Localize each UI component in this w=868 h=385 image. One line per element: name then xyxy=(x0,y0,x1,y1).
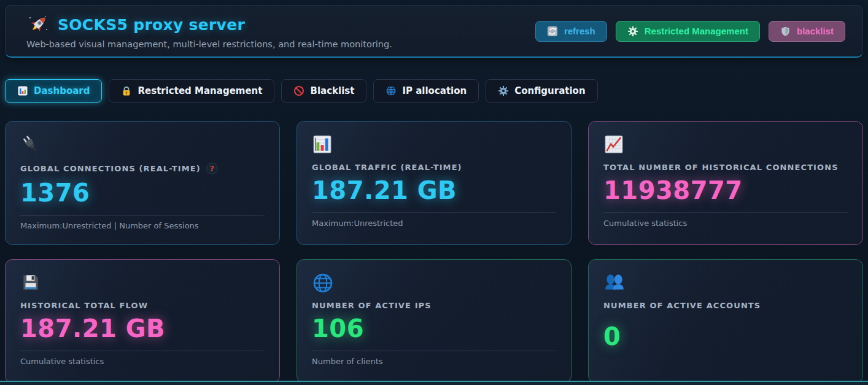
tab-blacklist-label: Blacklist xyxy=(310,85,354,96)
divider xyxy=(20,215,265,216)
card-footer: Cumulative statistics xyxy=(20,357,265,366)
header-left: SOCKS5 proxy server Web-based visual man… xyxy=(26,13,392,49)
card-label: NUMBER OF ACTIVE ACCOUNTS xyxy=(603,301,761,310)
stat-value-active-accounts: 0 xyxy=(603,322,848,351)
stat-value-historical-flow: 187.21 GB xyxy=(20,314,265,343)
card-label: HISTORICAL TOTAL FLOW xyxy=(20,301,148,310)
tab-ip-allocation-label: IP allocation xyxy=(402,85,467,96)
card-label: GLOBAL TRAFFIC (REAL-TIME) xyxy=(312,163,462,172)
blacklist-button[interactable]: blacklist xyxy=(769,21,845,42)
divider xyxy=(603,212,848,213)
globe-icon xyxy=(386,85,397,96)
tab-dashboard[interactable]: Dashboard xyxy=(5,79,102,103)
bar-chart-icon xyxy=(17,85,28,96)
gear-icon xyxy=(627,26,638,37)
stat-value-active-ips: 106 xyxy=(312,314,556,343)
header-actions: refresh xyxy=(535,21,845,42)
restricted-management-button-label: Restricted Management xyxy=(645,26,748,36)
app-header: SOCKS5 proxy server Web-based visual man… xyxy=(5,5,863,58)
floppy-disk-icon xyxy=(20,272,265,294)
bar-chart-emoji-icon xyxy=(312,134,556,156)
tab-configuration[interactable]: Configuration xyxy=(486,79,597,103)
divider xyxy=(312,351,556,351)
restricted-management-button[interactable]: Restricted Management xyxy=(616,21,760,42)
plug-icon xyxy=(20,134,265,156)
tab-blacklist[interactable]: Blacklist xyxy=(281,79,366,103)
card-footer: Maximum:Unrestricted | Number of Session… xyxy=(20,221,265,230)
card-historical-connections: TOTAL NUMBER OF HISTORICAL CONNECTIONS 1… xyxy=(588,121,863,245)
card-label: NUMBER OF ACTIVE IPS xyxy=(312,301,432,310)
stat-value-global-traffic: 187.21 GB xyxy=(312,176,556,204)
card-global-traffic: GLOBAL TRAFFIC (REAL-TIME) 187.21 GB Max… xyxy=(296,121,572,245)
card-label: GLOBAL CONNECTIONS (REAL-TIME) xyxy=(20,164,201,173)
lock-icon xyxy=(121,85,132,96)
shield-icon xyxy=(780,26,791,37)
card-footer: Maximum:Unrestricted xyxy=(312,219,556,228)
gear-icon xyxy=(498,85,509,96)
tab-bar: Dashboard Restricted Management Blacklis… xyxy=(5,79,863,103)
next-section-top-edge xyxy=(0,381,868,385)
people-icon xyxy=(603,272,848,294)
card-global-connections: GLOBAL CONNECTIONS (REAL-TIME) ? 1376 Ma… xyxy=(5,121,280,245)
page-title: SOCKS5 proxy server xyxy=(58,16,245,34)
refresh-button-label: refresh xyxy=(564,26,595,36)
card-active-ips: NUMBER OF ACTIVE IPS 106 Number of clien… xyxy=(296,259,572,383)
tab-ip-allocation[interactable]: IP allocation xyxy=(373,79,479,103)
blacklist-button-label: blacklist xyxy=(797,26,834,36)
card-footer: Cumulative statistics xyxy=(603,219,848,228)
refresh-button[interactable]: refresh xyxy=(535,21,607,42)
card-label: TOTAL NUMBER OF HISTORICAL CONNECTIONS xyxy=(603,163,839,172)
card-active-accounts: NUMBER OF ACTIVE ACCOUNTS 0 xyxy=(588,259,863,383)
card-historical-total-flow: HISTORICAL TOTAL FLOW 187.21 GB Cumulati… xyxy=(5,259,280,383)
tab-restricted-management[interactable]: Restricted Management xyxy=(109,79,274,103)
card-footer: Number of clients xyxy=(312,357,556,366)
chart-increasing-icon xyxy=(603,134,848,156)
divider xyxy=(20,351,265,351)
tab-configuration-label: Configuration xyxy=(514,85,585,96)
stat-value-historical-connections: 11938777 xyxy=(603,176,848,204)
globe-wireframe-icon xyxy=(312,272,556,294)
stat-value-global-connections: 1376 xyxy=(20,179,265,207)
tab-restricted-management-label: Restricted Management xyxy=(138,85,262,96)
prohibited-icon xyxy=(293,85,304,96)
divider xyxy=(312,212,556,213)
stats-grid: GLOBAL CONNECTIONS (REAL-TIME) ? 1376 Ma… xyxy=(5,121,863,383)
tab-dashboard-label: Dashboard xyxy=(34,85,90,96)
refresh-icon xyxy=(547,26,558,37)
rocket-icon xyxy=(26,13,50,36)
page-subtitle: Web-based visual management, multi-level… xyxy=(26,39,392,49)
help-icon[interactable]: ? xyxy=(206,163,218,174)
